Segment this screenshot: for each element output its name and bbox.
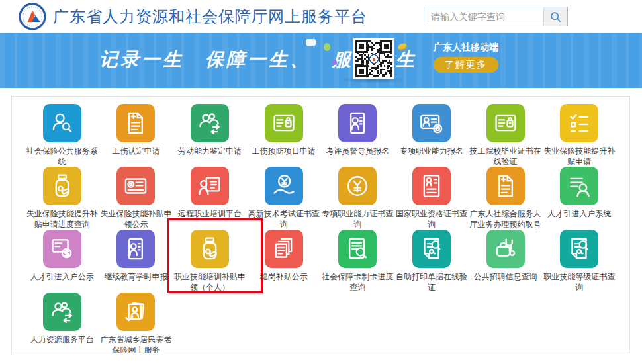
service-tile-label: 广东人社综合服务大厅业务办理预约取号	[469, 209, 542, 230]
service-icon	[560, 167, 598, 205]
service-icon	[486, 230, 525, 268]
service-tile-15[interactable]: 广东人社综合服务大厅业务办理预约取号	[469, 167, 543, 230]
service-tile-11[interactable]: 远程职业培训平台	[173, 167, 247, 230]
dot-icon	[332, 60, 337, 65]
doc-plus-icon	[492, 172, 520, 200]
service-icon	[338, 167, 377, 205]
service-icon	[43, 167, 81, 205]
people-arrows-icon	[196, 109, 224, 137]
service-tile-label: 失业保险技能提升补贴申请	[543, 146, 616, 167]
service-icon	[338, 230, 377, 268]
service-tile-23[interactable]: 公共招聘信息查询	[469, 230, 543, 293]
card-lines-icon	[122, 172, 150, 200]
service-tile-19[interactable]: 职业技能培训补贴申领（个人）	[173, 230, 247, 293]
jar-icon	[48, 172, 76, 200]
service-icon	[43, 104, 81, 142]
service-tile-label: 劳动能力鉴定申请	[178, 146, 242, 157]
service-icon	[560, 230, 598, 268]
card-coin-icon	[48, 235, 76, 263]
yen-circle-icon	[344, 172, 371, 200]
service-tile-22[interactable]: 自助打印单据在线验证	[394, 230, 469, 293]
jar-icon	[196, 235, 224, 263]
service-icon	[116, 167, 155, 205]
promo-banner: 记录一生 保障一生、 服务一生 广东人社移动端 了解更多	[0, 33, 642, 88]
service-icon	[412, 167, 451, 205]
service-icon	[43, 230, 81, 268]
service-tile-label: 国家职业资格证书查询	[395, 209, 468, 230]
service-icon	[265, 230, 303, 268]
briefcase-stethoscope-icon	[492, 235, 520, 263]
service-icon	[338, 104, 377, 142]
service-tile-3[interactable]: 劳动能力鉴定申请	[173, 104, 247, 167]
photos-check-icon	[122, 298, 150, 326]
service-icon	[191, 167, 229, 205]
service-tile-label: 工伤认定申请	[112, 146, 160, 157]
top-header: 广东省人力资源和社会保障厅网上服务平台	[0, 0, 642, 33]
search-button[interactable]	[543, 7, 567, 26]
people-arrows-icon	[48, 298, 76, 326]
service-tile-label: 技工院校毕业证书在线验证	[469, 146, 542, 167]
service-tile-label: 高新技术考试证书查询	[248, 209, 320, 230]
service-tile-17[interactable]: 人才引进入户公示	[25, 230, 99, 293]
list-person-icon	[565, 172, 593, 200]
card-stamp-icon	[418, 109, 445, 137]
service-tile-label: 失业保险技能提升补贴申请进度查询	[26, 209, 99, 230]
service-icon	[116, 104, 155, 142]
checklist-icon	[565, 109, 593, 137]
service-tile-5[interactable]: 考评员督导员报名	[321, 104, 395, 167]
learn-more-button[interactable]: 了解更多	[434, 57, 498, 73]
balloon-icon	[324, 43, 330, 51]
person-search-icon	[48, 109, 76, 137]
service-icon	[191, 230, 229, 268]
page-title: 广东省人力资源和社会保障厅网上服务平台	[53, 6, 367, 27]
chat-bubble-icon	[306, 39, 316, 46]
service-tile-label: 职业技能等级证书查询	[543, 272, 616, 293]
service-tile-9[interactable]: 失业保险技能提升补贴申请进度查询	[25, 167, 99, 230]
service-icon	[43, 293, 81, 331]
service-tile-label: 继续教育学时申报	[104, 272, 167, 283]
service-tile-6[interactable]: 专项职业能力报名	[394, 104, 469, 167]
doc-search-icon	[344, 235, 371, 263]
service-tile-2[interactable]: 工伤认定申请	[99, 104, 173, 167]
service-tile-25[interactable]: 人力资源服务平台	[25, 293, 99, 353]
stack-docs-icon	[270, 235, 298, 263]
service-icon	[116, 293, 155, 331]
service-tile-14[interactable]: 国家职业资格证书查询	[394, 167, 469, 230]
service-icon	[265, 104, 303, 142]
doc-search-seal-icon	[565, 235, 593, 263]
doc-list-icon	[418, 172, 445, 200]
doc-plus-icon	[122, 109, 150, 137]
yen-hand-icon	[270, 172, 298, 200]
service-tile-21[interactable]: 社会保障卡制卡进度查询	[321, 230, 395, 293]
service-icon	[486, 167, 525, 205]
service-tile-26[interactable]: 广东省城乡居民养老保险网上服务	[99, 293, 173, 353]
services-panel: 社会保险公共服务系统 工伤认定申请 劳动能力鉴定申请 工伤预防项目申请 考评员督…	[11, 96, 630, 353]
service-tile-label: 考评员督导员报名	[326, 146, 389, 157]
service-tile-7[interactable]: 技工院校毕业证书在线验证	[469, 104, 543, 167]
id-card-icon	[492, 109, 520, 137]
service-icon	[116, 230, 155, 268]
service-tile-18[interactable]: 继续教育学时申报	[99, 230, 173, 293]
service-tile-13[interactable]: 专项职业能力证书查询	[321, 167, 395, 230]
service-tile-20[interactable]: 稳岗补贴公示	[247, 230, 321, 293]
person-doc-icon	[344, 109, 371, 137]
service-icon	[412, 230, 451, 268]
doc-search-seal-icon	[418, 235, 445, 263]
service-tile-label: 人才引进入户公示	[30, 272, 94, 283]
service-tile-4[interactable]: 工伤预防项目申请	[247, 104, 321, 167]
service-tile-1[interactable]: 社会保险公共服务系统	[25, 104, 99, 167]
search-box	[424, 7, 568, 26]
service-tile-label: 社会保障卡制卡进度查询	[321, 272, 394, 293]
service-tile-24[interactable]: 职业技能等级证书查询	[542, 230, 616, 293]
service-tile-label: 专项职业能力证书查询	[321, 209, 394, 230]
service-tile-10[interactable]: 失业保险技能补贴申领公示	[99, 167, 173, 230]
service-icon	[486, 104, 525, 142]
service-tile-8[interactable]: 失业保险技能提升补贴申请	[542, 104, 616, 167]
service-tile-16[interactable]: 人才引进入户系统	[542, 167, 616, 230]
search-input[interactable]	[424, 7, 543, 26]
service-tile-label: 职业技能培训补贴申领（个人）	[173, 272, 246, 293]
service-icon	[265, 167, 303, 205]
service-tile-12[interactable]: 高新技术考试证书查询	[247, 167, 321, 230]
id-card-icon	[270, 109, 298, 137]
service-icon	[560, 104, 598, 142]
